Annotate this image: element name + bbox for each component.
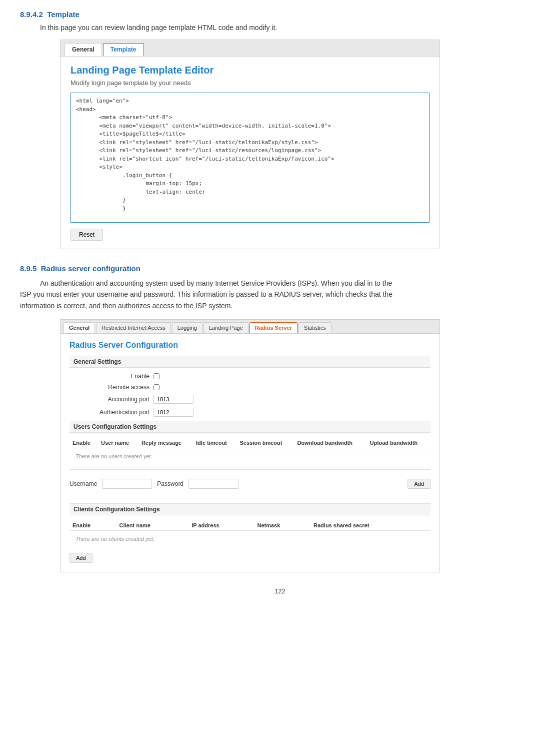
code-line-16: .cbi-map-descr {: [76, 221, 424, 223]
clients-table: Enable Client name IP address Netmask Ra…: [70, 520, 430, 547]
tab-general[interactable]: General: [64, 43, 102, 56]
client-col-ip: IP address: [188, 520, 254, 531]
users-no-items-row: There are no users created yet.: [70, 448, 430, 465]
template-editor-screenshot: General Template Landing Page Template E…: [60, 40, 440, 249]
add-client-row: Add: [70, 551, 430, 565]
template-editor-title: Landing Page Template Editor: [70, 65, 430, 76]
section-895-desc1: An authentication and accounting system …: [20, 278, 540, 311]
code-line-8: <link rel="shortcut icon" href="/luci-st…: [76, 155, 424, 164]
general-settings-section: General Settings: [70, 356, 430, 368]
enable-row: Enable: [70, 373, 430, 380]
tab-restricted-internet-access[interactable]: Restricted Internet Access: [96, 322, 171, 333]
radius-config-title: Radius Server Configuration: [70, 341, 430, 350]
code-line-11: margin-top: 15px;: [76, 180, 424, 188]
col-upload-bw: Upload bandwidth: [367, 438, 430, 448]
client-col-secret: Radius shared secret: [310, 520, 430, 531]
template-panel-body: Landing Page Template Editor Modify logi…: [60, 57, 440, 249]
accounting-port-input[interactable]: [154, 395, 194, 404]
clients-table-header: Enable Client name IP address Netmask Ra…: [70, 520, 430, 531]
remote-access-row: Remote access: [70, 384, 430, 391]
add-client-button[interactable]: Add: [70, 553, 92, 563]
code-line-12: text-align: center: [76, 188, 424, 197]
username-input[interactable]: [102, 479, 152, 489]
accounting-port-label: Accounting port: [80, 396, 150, 403]
clients-config-section: Clients Configuration Settings: [70, 503, 430, 515]
col-download-bw: Download bandwidth: [294, 438, 366, 448]
clients-no-items-text: There are no clients created yet.: [72, 533, 428, 545]
col-idle-timeout: Idle timeout: [193, 438, 236, 448]
section-892: 8.9.4.2 Template In this page you can re…: [20, 10, 540, 249]
code-line-6: <link rel="stylesheet" href="/luci-stati…: [76, 139, 424, 147]
section-892-heading: 8.9.4.2 Template: [20, 10, 540, 19]
users-no-items-text: There are no users created yet.: [72, 450, 428, 462]
username-label: Username: [70, 480, 97, 487]
code-line-3: <meta charset="utf-8">: [76, 114, 424, 122]
template-subtitle: Modify login page template by your needs: [70, 79, 430, 87]
tab-radius-general[interactable]: General: [64, 322, 95, 333]
remote-access-label: Remote access: [80, 384, 150, 391]
col-session-timeout: Session timeout: [236, 438, 294, 448]
col-reply-message: Reply message: [138, 438, 193, 448]
code-line-15: [76, 213, 424, 221]
code-line-5: <title>$pageTitle$</title>: [76, 130, 424, 139]
tab-radius-server[interactable]: Radius Server: [250, 322, 298, 333]
radius-tabs-bar: General Restricted Internet Access Loggi…: [60, 320, 440, 334]
code-line-4: <meta name="viewport" content="width=dev…: [76, 122, 424, 131]
page-number: 122: [20, 587, 540, 595]
section-title: Template: [47, 10, 80, 19]
tab-statistics[interactable]: Statistics: [298, 322, 332, 333]
auth-port-label: Authentication port: [80, 409, 150, 416]
remote-access-checkbox[interactable]: [154, 384, 160, 390]
col-enable: Enable: [70, 438, 98, 448]
add-user-row: Username Password Add: [70, 475, 430, 493]
password-input[interactable]: [188, 479, 238, 489]
tab-logging[interactable]: Logging: [172, 322, 202, 333]
client-col-netmask: Netmask: [254, 520, 310, 531]
col-username: User name: [98, 438, 138, 448]
code-line-13: }: [76, 196, 424, 205]
users-table: Enable User name Reply message Idle time…: [70, 438, 430, 464]
users-config-section: Users Configuration Settings: [70, 421, 430, 433]
accounting-port-row: Accounting port: [70, 395, 430, 404]
code-line-14: }: [76, 205, 424, 213]
clients-no-items-row: There are no clients created yet.: [70, 531, 430, 547]
section-895-heading: 8.9.5 Radius server configuration: [20, 264, 540, 273]
code-line-9: <style>: [76, 163, 424, 172]
add-user-button[interactable]: Add: [408, 479, 430, 489]
radius-panel-body: Radius Server Configuration General Sett…: [60, 334, 440, 572]
section-895-number: 8.9.5: [20, 264, 36, 273]
client-col-name: Client name: [116, 520, 189, 531]
code-line-7: <link rel="stylesheet" href="/luci-stati…: [76, 147, 424, 155]
enable-checkbox[interactable]: [154, 373, 160, 379]
code-line-2: <head>: [76, 106, 424, 114]
code-editor[interactable]: <html lang="en"> <head> <meta charset="u…: [70, 93, 430, 223]
reset-button[interactable]: Reset: [70, 229, 103, 241]
client-col-enable: Enable: [70, 520, 116, 531]
tab-template[interactable]: Template: [103, 43, 144, 56]
template-tabs-bar: General Template: [60, 40, 440, 57]
code-line-10: .login_button {: [76, 172, 424, 180]
radius-config-screenshot: General Restricted Internet Access Loggi…: [60, 319, 440, 572]
intro-text: In this page you can review landing page…: [40, 24, 540, 32]
tab-landing-page[interactable]: Landing Page: [204, 322, 248, 333]
auth-port-input[interactable]: [154, 408, 194, 417]
divider-2: [70, 498, 430, 498]
password-label: Password: [157, 480, 184, 487]
users-table-header: Enable User name Reply message Idle time…: [70, 438, 430, 448]
enable-label: Enable: [80, 373, 150, 380]
divider-1: [70, 469, 430, 470]
section-895: 8.9.5 Radius server configuration An aut…: [20, 264, 540, 572]
section-895-title: Radius server configuration: [41, 264, 140, 273]
auth-port-row: Authentication port: [70, 408, 430, 417]
section-number: 8.9.4.2: [20, 10, 43, 19]
code-line-1: <html lang="en">: [76, 97, 424, 106]
